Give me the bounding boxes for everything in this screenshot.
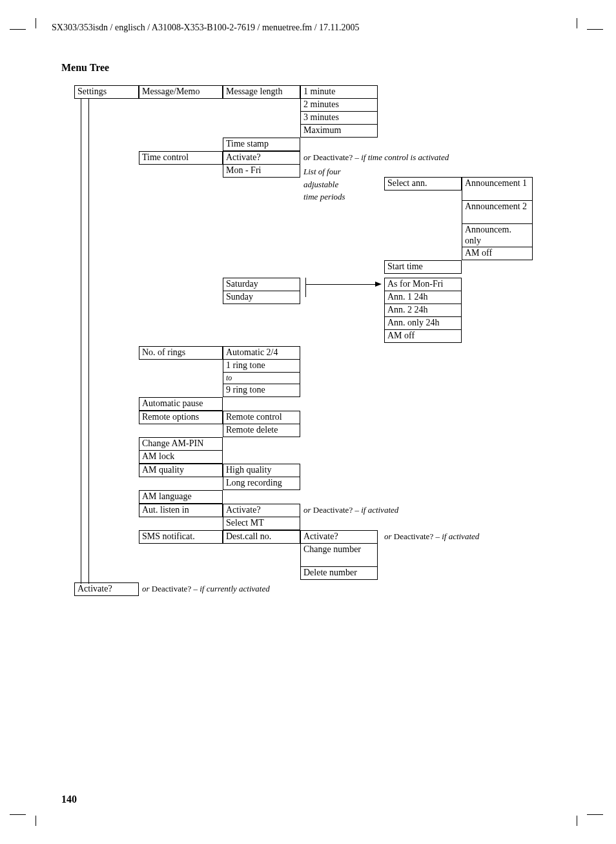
cell-sms-notificat: SMS notificat. [139, 530, 223, 544]
cell-2-minutes: 2 minutes [300, 98, 378, 112]
cell-mon-fri: Mon - Fri [223, 164, 300, 178]
cell-announcem-only: Announcem. only [462, 223, 533, 247]
crop-mark [587, 29, 603, 30]
crop-mark [36, 18, 36, 28]
cell-ann2-24h: Ann. 2 24h [384, 304, 462, 317]
cell-message-memo: Message/Memo [139, 85, 223, 99]
cell-9-ring: 9 ring tone [223, 384, 300, 397]
cell-automatic-24: Automatic 2/4 [223, 346, 300, 360]
note-sms: or Deactivate? – if activated [384, 531, 479, 542]
crop-mark [10, 29, 26, 30]
note-bottom: or Deactivate? – if currently activated [142, 584, 270, 594]
cell-am-language: AM language [139, 490, 223, 504]
section-title: Menu Tree [61, 62, 580, 74]
cell-remote-options: Remote options [139, 411, 223, 424]
cell-change-number: Change number [300, 543, 378, 567]
crop-mark [577, 18, 577, 28]
cell-select-mt: Select MT [223, 517, 300, 530]
cell-as-for-mon-fri: As for Mon-Fri [384, 278, 462, 291]
cell-remote-delete: Remote delete [223, 424, 300, 437]
cell-automatic-pause: Automatic pause [139, 397, 223, 411]
cell-activate-ali: Activate? [223, 504, 300, 517]
cell-delete-number: Delete number [300, 566, 378, 580]
crop-mark [36, 816, 36, 826]
cell-no-of-rings: No. of rings [139, 346, 223, 360]
cell-message-length: Message length [223, 85, 300, 99]
cell-1-minute: 1 minute [300, 85, 378, 99]
cell-announcement-2: Announcement 2 [462, 200, 533, 224]
cell-dest-call-no: Dest.call no. [223, 530, 300, 544]
cell-high-quality: High quality [223, 464, 300, 477]
cell-activate-tc: Activate? [223, 151, 300, 165]
arrow-vert [305, 278, 306, 297]
cell-to: to [223, 372, 300, 384]
cell-remote-control: Remote control [223, 411, 300, 424]
cell-3-minutes: 3 minutes [300, 111, 378, 125]
page: SX303/353isdn / englisch / A31008-X353-B… [0, 0, 616, 844]
cell-settings: Settings [74, 85, 139, 99]
cell-activate-sms: Activate? [300, 530, 378, 544]
cell-select-ann: Select ann. [384, 177, 462, 190]
cell-change-am-pin: Change AM-PIN [139, 437, 223, 451]
note-ali: or Deactivate? – if activated [303, 505, 398, 515]
crop-mark [587, 814, 603, 815]
cell-sunday: Sunday [223, 291, 300, 304]
tree-line [88, 98, 89, 584]
cell-ann-only-24h: Ann. only 24h [384, 316, 462, 330]
cell-1-ring: 1 ring tone [223, 359, 300, 373]
cell-announcement-1: Announcement 1 [462, 177, 533, 201]
cell-long-recording: Long recording [223, 477, 300, 490]
cell-am-off-6: AM off [462, 247, 533, 260]
cell-am-quality: AM quality [139, 464, 223, 477]
page-number: 140 [61, 794, 77, 805]
header-path: SX303/353isdn / englisch / A31008-X353-B… [52, 23, 580, 33]
cell-start-time: Start time [384, 260, 462, 274]
arrow-line [305, 284, 376, 285]
cell-am-off-5: AM off [384, 329, 462, 343]
note-tc: or Deactivate? – if time control is acti… [303, 152, 449, 163]
tree-line [81, 98, 81, 584]
cell-time-control: Time control [139, 151, 223, 165]
arrowhead-icon [375, 282, 382, 287]
cell-aut-listen-in: Aut. listen in [139, 504, 223, 517]
cell-time-stamp: Time stamp [223, 138, 300, 151]
cell-maximum: Maximum [300, 124, 378, 138]
note-list-periods: List of four adjustable time periods [303, 165, 375, 203]
cell-am-lock: AM lock [139, 450, 223, 464]
crop-mark [577, 816, 577, 826]
cell-saturday: Saturday [223, 278, 300, 291]
cell-activate-bottom: Activate? [74, 582, 139, 596]
cell-ann1-24h: Ann. 1 24h [384, 291, 462, 304]
crop-mark [10, 814, 26, 815]
